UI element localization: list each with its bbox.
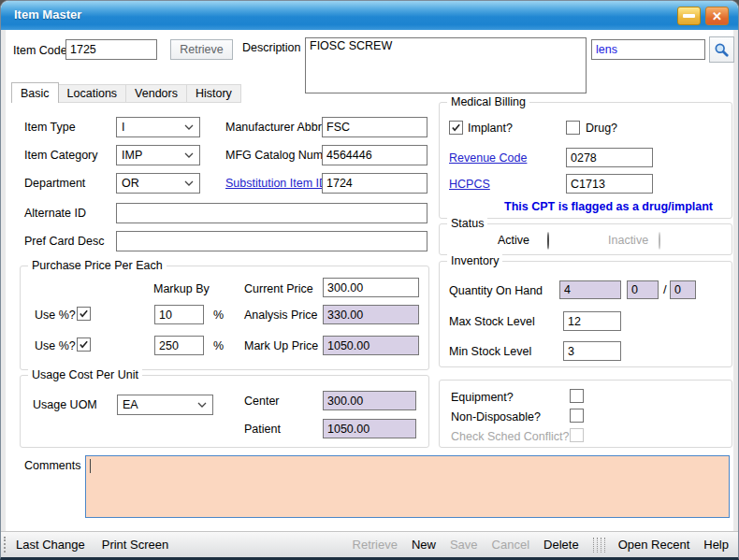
manufacturer-abbrev-input[interactable] [322, 117, 427, 137]
patient-label: Patient [244, 423, 281, 436]
chevron-down-icon [184, 180, 194, 186]
hcpcs-link[interactable]: HCPCS [449, 178, 490, 191]
equipment-checkbox[interactable] [570, 389, 584, 403]
non-disposable-label: Non-Disposable? [451, 410, 541, 424]
close-button[interactable]: ✕ [705, 7, 729, 25]
print-screen-button[interactable]: Print Screen [102, 538, 169, 552]
use-percent-checkbox-1[interactable] [77, 307, 91, 321]
window-title: Item Master [14, 7, 81, 22]
drug-checkbox[interactable] [566, 121, 580, 135]
max-stock-level-input[interactable] [563, 311, 621, 331]
check-icon [451, 122, 461, 133]
tab-history[interactable]: History [187, 84, 241, 103]
usage-cost-title: Usage Cost Per Unit [28, 368, 142, 381]
search-input[interactable] [591, 39, 705, 60]
purchase-price-title: Purchase Price Per Each [28, 259, 167, 272]
item-code-input[interactable] [65, 39, 157, 60]
status-inactive-radio [659, 232, 660, 250]
revenue-code-input[interactable] [566, 148, 653, 167]
tab-strip: Basic Locations Vendors History [11, 82, 241, 103]
department-value: OR [122, 177, 139, 190]
markup-percent-input-1[interactable] [154, 305, 204, 324]
minimize-button[interactable] [677, 7, 701, 25]
use-percent-checkbox-2[interactable] [77, 337, 91, 352]
minimize-icon [683, 14, 695, 18]
patient-cost-field [323, 419, 416, 438]
statusbar: Last Change Print Screen Retrieve New Sa… [1, 531, 738, 557]
check-icon [79, 309, 89, 319]
drug-label: Drug? [586, 122, 617, 135]
hcpcs-input[interactable] [566, 174, 653, 194]
titlebar[interactable]: Item Master ✕ [1, 1, 738, 30]
item-category-select[interactable]: IMP [116, 145, 200, 165]
retrieve-statusbar-button: Retrieve [353, 538, 398, 552]
status-active-radio[interactable] [547, 232, 549, 250]
center-cost-field [323, 391, 416, 410]
analysis-price-field [323, 305, 419, 324]
cpt-flag-message: This CPT is flagged as a drug/implant [504, 200, 713, 213]
min-stock-level-label: Min Stock Level [449, 345, 531, 358]
tab-vendors[interactable]: Vendors [126, 84, 187, 103]
implant-checkbox[interactable] [449, 121, 463, 135]
usage-cost-group: Usage Cost Per Unit Usage UOM EA Center … [20, 375, 429, 448]
pref-card-desc-input[interactable] [116, 231, 427, 251]
tab-locations[interactable]: Locations [59, 84, 127, 103]
retrieve-button[interactable]: Retrieve [170, 39, 233, 60]
item-master-window: Item Master ✕ Item Code Retrieve Descrip… [0, 0, 739, 560]
mfg-catalog-number-input[interactable] [322, 145, 427, 165]
check-sched-conflict-label: Check Sched Conflict? [451, 430, 569, 443]
revenue-code-link[interactable]: Revenue Code [449, 151, 527, 165]
department-label: Department [24, 177, 85, 190]
substitution-item-id-link[interactable]: Substitution Item ID [225, 177, 327, 190]
help-button[interactable]: Help [703, 538, 729, 552]
min-stock-level-input[interactable] [563, 341, 621, 361]
current-price-input[interactable] [323, 278, 419, 297]
last-change-button[interactable]: Last Change [16, 538, 85, 552]
item-type-select[interactable]: I [116, 117, 200, 137]
description-textarea[interactable]: FIOSC SCREW [305, 37, 587, 93]
chevron-down-icon [184, 124, 194, 130]
form-content: Item Code Retrieve Description FIOSC SCR… [6, 30, 733, 532]
magnifier-icon [714, 42, 730, 58]
equipment-label: Equipment? [451, 391, 514, 404]
max-stock-level-label: Max Stock Level [449, 315, 535, 328]
item-type-value: I [122, 121, 124, 134]
comments-textarea[interactable] [85, 455, 730, 518]
close-icon: ✕ [712, 9, 722, 23]
chevron-down-icon [184, 152, 194, 158]
purchase-price-group: Purchase Price Per Each Markup By Curren… [20, 266, 429, 370]
description-label: Description [242, 41, 301, 54]
statusbar-right: Retrieve New Save Cancel Delete Open Rec… [353, 538, 738, 553]
quantity-on-hand-field [559, 280, 621, 299]
delete-button[interactable]: Delete [543, 538, 579, 552]
check-sched-conflict-checkbox [570, 428, 584, 442]
usage-uom-select[interactable]: EA [117, 395, 213, 415]
text-caret [90, 459, 91, 473]
item-type-label: Item Type [24, 121, 76, 134]
usage-uom-value: EA [123, 398, 138, 411]
mark-up-price-label: Mark Up Price [244, 339, 318, 352]
separator-grip [593, 538, 604, 553]
manufacturer-abbrev-label: Manufacturer Abbrev [225, 121, 334, 134]
tab-basic[interactable]: Basic [11, 82, 59, 103]
pref-card-desc-label: Pref Card Desc [24, 235, 104, 248]
medical-billing-group: Medical Billing Implant? Drug? Revenue C… [439, 102, 732, 219]
markup-percent-input-2[interactable] [154, 336, 204, 355]
search-button[interactable] [709, 36, 734, 63]
alternate-id-label: Alternate ID [24, 207, 86, 220]
substitution-item-id-input[interactable] [322, 173, 427, 194]
open-recent-button[interactable]: Open Recent [618, 538, 690, 552]
department-select[interactable]: OR [116, 173, 200, 194]
markup-by-label: Markup By [153, 282, 210, 295]
analysis-price-label: Analysis Price [244, 309, 318, 322]
save-button: Save [450, 538, 478, 552]
comments-label: Comments [24, 459, 80, 472]
new-button[interactable]: New [412, 538, 436, 552]
non-disposable-checkbox[interactable] [570, 409, 584, 423]
alternate-id-input[interactable] [116, 203, 427, 223]
check-icon [79, 339, 89, 350]
status-active-label: Active [498, 234, 529, 247]
quantity-separator: / [663, 282, 667, 296]
use-percent-label-2: Use %? [35, 339, 76, 352]
chevron-down-icon [197, 402, 207, 408]
